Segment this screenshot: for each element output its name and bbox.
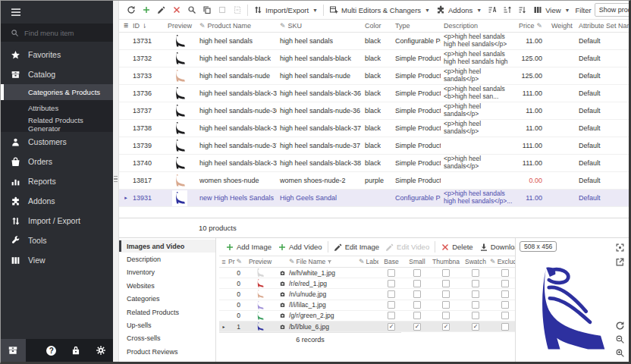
exclude-checkbox[interactable] xyxy=(501,280,509,287)
small-checkbox[interactable] xyxy=(413,280,421,287)
column-header-sku[interactable]: ✎SKU xyxy=(277,22,362,30)
column-header-base[interactable]: Base xyxy=(378,258,404,265)
tab-images-and-video[interactable]: Images and Video xyxy=(119,240,215,253)
small-checkbox[interactable] xyxy=(413,269,421,277)
thumbnail-checkbox[interactable] xyxy=(442,312,450,319)
column-header-weight[interactable]: Weight xyxy=(548,22,576,30)
base-checkbox[interactable] xyxy=(388,280,395,287)
multi-editors-dropdown[interactable]: Multi Editors & Changers▼ xyxy=(326,2,433,17)
image-row-blue_6.jpg[interactable]: ▸1/b/l/blue_6.jpg xyxy=(219,322,515,332)
table-row-product-13738[interactable]: 13738high heel sandals-black-37high heel… xyxy=(119,120,629,137)
thumbnail-checkbox[interactable] xyxy=(442,301,450,309)
base-checkbox[interactable] xyxy=(388,290,395,298)
tab-up-sells[interactable]: Up-sells xyxy=(119,318,215,331)
thumbnail-checkbox[interactable] xyxy=(442,290,450,298)
zoom-out-button[interactable] xyxy=(615,334,625,344)
swatch-checkbox[interactable] xyxy=(472,301,479,309)
sidebar-item-import-export[interactable]: Import / Export xyxy=(1,211,113,231)
sidebar-item-favorites[interactable]: Favorites xyxy=(1,45,113,64)
image-row-lilac_1.jpg[interactable]: 0/l/i/lilac_1.jpg xyxy=(219,300,515,311)
view-dropdown[interactable]: View▼ xyxy=(530,2,573,17)
tab-websites[interactable]: Websites xyxy=(119,279,215,292)
image-row-nude.jpg[interactable]: 0/n/u/nude.jpg xyxy=(219,289,515,300)
tab-product-reviews[interactable]: Product Reviews xyxy=(119,345,215,358)
hamburger-menu-button[interactable] xyxy=(1,1,113,24)
sort-alphabetical-button[interactable] xyxy=(485,2,500,17)
cut-button[interactable] xyxy=(215,2,230,17)
base-checkbox[interactable] xyxy=(388,269,395,277)
column-header-file-name[interactable]: ✎File Name xyxy=(289,258,359,265)
column-header-attribute-set[interactable]: Attribute Set Name xyxy=(576,22,629,30)
tab-categories[interactable]: Categories xyxy=(119,293,215,306)
tab-description[interactable]: Description xyxy=(119,253,215,265)
filter-select[interactable]: Show products from selected categories▼ xyxy=(595,3,631,17)
tab-cross-sells[interactable]: Cross-sells xyxy=(119,332,215,345)
search-products-button[interactable] xyxy=(184,2,199,17)
table-row-product-13736[interactable]: 13736high heel sandals-black-36high heel… xyxy=(119,85,629,102)
footer-toolbox-button[interactable] xyxy=(1,339,26,362)
exclude-checkbox[interactable] xyxy=(501,323,509,331)
sidebar-subitem-attributes[interactable]: Attributes xyxy=(1,100,113,116)
tab-related-products[interactable]: Related Products xyxy=(119,306,215,318)
sidebar-item-catalog[interactable]: Catalog xyxy=(1,64,113,84)
image-row-red_1.jpg[interactable]: 0/r/e/red_1.jpg xyxy=(219,278,515,289)
image-row-green_2.jpg[interactable]: 0/g/r/green_2.jpg xyxy=(219,311,515,322)
table-row-product-13817[interactable]: 13817women shoes-nudewomen shoes-nude-2p… xyxy=(119,172,629,190)
copy-button[interactable] xyxy=(199,2,215,17)
table-row-product-13732[interactable]: 13732high heel sandals-blackhigh heel sa… xyxy=(119,50,629,67)
zoom-in-button[interactable] xyxy=(615,347,625,357)
table-row-product-13740[interactable]: 13740high heel sandals-black-38high heel… xyxy=(119,155,629,172)
edit-image-button[interactable]: Edit Image xyxy=(331,240,382,255)
column-header-description[interactable]: Description xyxy=(441,22,516,30)
delete-image-button[interactable]: Delete xyxy=(438,240,476,255)
edit-video-button[interactable]: Edit Video xyxy=(382,240,432,255)
refresh-button[interactable] xyxy=(124,2,139,17)
column-header-product-name[interactable]: ✎Product Name xyxy=(196,22,277,30)
table-row-product-13931[interactable]: ▸13931new High Heels SandalsHigh Geels S… xyxy=(119,190,629,207)
small-checkbox[interactable] xyxy=(413,301,421,309)
sort-descending-button[interactable] xyxy=(515,2,530,17)
footer-settings-button[interactable] xyxy=(89,339,114,362)
add-image-button[interactable]: Add Image xyxy=(222,240,275,255)
add-video-button[interactable]: Add Video xyxy=(275,240,325,255)
thumbnail-checkbox[interactable] xyxy=(442,280,450,287)
swatch-checkbox[interactable] xyxy=(472,290,479,298)
column-header-price[interactable]: Price✎ xyxy=(516,22,548,30)
column-header-position[interactable]: Pr✎ xyxy=(228,258,245,265)
thumbnail-checkbox[interactable] xyxy=(442,269,450,277)
add-product-button[interactable] xyxy=(139,2,154,17)
table-row-product-13733[interactable]: 13733high heel sandals-nudehigh heel san… xyxy=(119,67,629,85)
sidebar-item-addons[interactable]: Addons xyxy=(1,191,113,211)
paste-button[interactable] xyxy=(230,2,245,17)
exclude-checkbox[interactable] xyxy=(501,312,509,319)
delete-product-button[interactable] xyxy=(169,2,184,17)
row-marker-column-header[interactable]: ☰ xyxy=(119,23,130,29)
menu-search-field[interactable]: Find menu item xyxy=(1,24,113,42)
sidebar-item-customers[interactable]: Customers xyxy=(1,132,113,152)
table-row-product-13737[interactable]: 13737high heel sandals-nude-36high heel … xyxy=(119,102,629,120)
sidebar-item-orders[interactable]: Orders xyxy=(1,152,113,171)
addons-dropdown[interactable]: Addons▼ xyxy=(433,2,485,17)
edit-product-button[interactable] xyxy=(154,2,169,17)
footer-help-button[interactable]: ? xyxy=(39,339,64,362)
column-header-small[interactable]: Small xyxy=(404,258,430,265)
column-header-id[interactable]: ID⇂ xyxy=(130,22,160,30)
exclude-checkbox[interactable] xyxy=(501,301,509,309)
rotate-button[interactable] xyxy=(615,320,625,330)
column-header-color[interactable]: Color xyxy=(362,22,392,30)
base-checkbox[interactable] xyxy=(388,301,395,309)
import-export-dropdown[interactable]: Import/Export▼ xyxy=(250,2,321,17)
sort-ascending-button[interactable] xyxy=(500,2,515,17)
sidebar-splitter[interactable] xyxy=(113,1,119,362)
sidebar-item-reports[interactable]: Reports xyxy=(1,171,113,191)
column-header-preview[interactable]: Preview xyxy=(245,258,275,265)
base-checkbox[interactable] xyxy=(388,323,395,331)
swatch-checkbox[interactable] xyxy=(472,280,479,287)
sidebar-item-view[interactable]: View xyxy=(1,250,113,270)
small-checkbox[interactable] xyxy=(413,290,421,298)
column-header-type[interactable]: Type xyxy=(392,22,441,30)
image-row-white_1.jpg[interactable]: 0/w/h/white_1.jpg xyxy=(219,268,515,278)
exclude-checkbox[interactable] xyxy=(501,269,509,277)
small-checkbox[interactable] xyxy=(413,312,421,319)
swatch-checkbox[interactable] xyxy=(472,323,479,331)
